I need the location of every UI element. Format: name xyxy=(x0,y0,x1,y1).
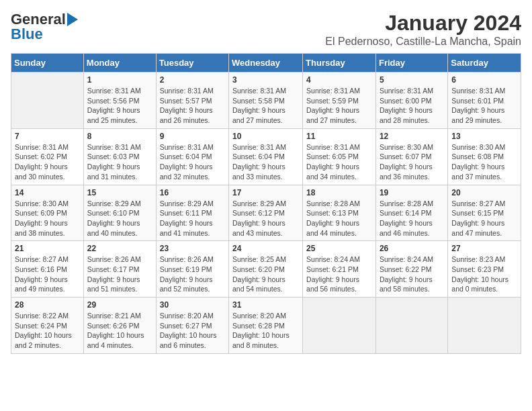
calendar-cell: 30Sunrise: 8:20 AMSunset: 6:27 PMDayligh… xyxy=(156,298,228,354)
day-info: Sunrise: 8:23 AMSunset: 6:23 PMDaylight:… xyxy=(451,255,517,294)
day-number: 6 xyxy=(451,75,517,85)
day-number: 2 xyxy=(160,75,225,85)
day-info: Sunrise: 8:30 AMSunset: 6:07 PMDaylight:… xyxy=(380,142,444,182)
day-info: Sunrise: 8:21 AMSunset: 6:26 PMDaylight:… xyxy=(87,311,152,351)
day-info: Sunrise: 8:31 AMSunset: 6:01 PMDaylight:… xyxy=(451,86,517,126)
day-info: Sunrise: 8:24 AMSunset: 6:21 PMDaylight:… xyxy=(306,255,372,294)
calendar-cell: 13Sunrise: 8:30 AMSunset: 6:08 PMDayligh… xyxy=(448,128,521,185)
day-number: 10 xyxy=(232,132,299,141)
calendar-week-row: 14Sunrise: 8:30 AMSunset: 6:09 PMDayligh… xyxy=(11,185,521,241)
day-info: Sunrise: 8:30 AMSunset: 6:09 PMDaylight:… xyxy=(15,199,80,238)
day-number: 23 xyxy=(160,244,225,253)
day-info: Sunrise: 8:24 AMSunset: 6:22 PMDaylight:… xyxy=(380,255,444,294)
day-number: 13 xyxy=(451,132,517,141)
calendar-cell: 2Sunrise: 8:31 AMSunset: 5:57 PMDaylight… xyxy=(156,73,228,129)
calendar-cell: 10Sunrise: 8:31 AMSunset: 6:04 PMDayligh… xyxy=(229,128,303,185)
calendar-cell: 22Sunrise: 8:26 AMSunset: 6:17 PMDayligh… xyxy=(83,241,156,298)
calendar-cell: 7Sunrise: 8:31 AMSunset: 6:02 PMDaylight… xyxy=(11,128,84,185)
day-info: Sunrise: 8:31 AMSunset: 6:03 PMDaylight:… xyxy=(87,142,152,182)
day-number: 7 xyxy=(15,132,80,141)
day-number: 21 xyxy=(15,244,80,253)
calendar-cell: 9Sunrise: 8:31 AMSunset: 6:04 PMDaylight… xyxy=(156,128,228,185)
day-info: Sunrise: 8:25 AMSunset: 6:20 PMDaylight:… xyxy=(232,255,299,294)
day-info: Sunrise: 8:28 AMSunset: 6:14 PMDaylight:… xyxy=(380,199,444,238)
day-number: 18 xyxy=(306,188,372,197)
calendar-cell: 29Sunrise: 8:21 AMSunset: 6:26 PMDayligh… xyxy=(83,298,156,354)
day-info: Sunrise: 8:26 AMSunset: 6:17 PMDaylight:… xyxy=(87,255,152,294)
day-info: Sunrise: 8:31 AMSunset: 6:00 PMDaylight:… xyxy=(380,86,444,126)
calendar-cell: 21Sunrise: 8:27 AMSunset: 6:16 PMDayligh… xyxy=(11,241,84,298)
day-number: 20 xyxy=(451,188,517,197)
day-info: Sunrise: 8:31 AMSunset: 6:05 PMDaylight:… xyxy=(306,142,372,182)
calendar-cell: 12Sunrise: 8:30 AMSunset: 6:07 PMDayligh… xyxy=(375,128,447,185)
day-number: 14 xyxy=(15,188,80,197)
day-info: Sunrise: 8:31 AMSunset: 6:04 PMDaylight:… xyxy=(232,142,299,182)
day-number: 15 xyxy=(87,188,152,197)
day-info: Sunrise: 8:31 AMSunset: 5:59 PMDaylight:… xyxy=(306,86,372,126)
day-number: 29 xyxy=(87,300,152,310)
calendar-cell: 3Sunrise: 8:31 AMSunset: 5:58 PMDaylight… xyxy=(229,73,303,129)
calendar-cell: 20Sunrise: 8:27 AMSunset: 6:15 PMDayligh… xyxy=(448,185,521,241)
day-number: 22 xyxy=(87,244,152,253)
day-number: 26 xyxy=(380,244,444,253)
calendar-cell: 15Sunrise: 8:29 AMSunset: 6:10 PMDayligh… xyxy=(83,185,156,241)
calendar-cell xyxy=(303,298,376,354)
calendar-header-thursday: Thursday xyxy=(303,54,376,73)
calendar-cell: 14Sunrise: 8:30 AMSunset: 6:09 PMDayligh… xyxy=(11,185,84,241)
calendar-cell xyxy=(375,298,447,354)
day-info: Sunrise: 8:31 AMSunset: 6:02 PMDaylight:… xyxy=(15,142,80,182)
day-info: Sunrise: 8:22 AMSunset: 6:24 PMDaylight:… xyxy=(15,311,80,351)
calendar-cell: 27Sunrise: 8:23 AMSunset: 6:23 PMDayligh… xyxy=(448,241,521,298)
calendar-cell: 28Sunrise: 8:22 AMSunset: 6:24 PMDayligh… xyxy=(11,298,84,354)
page-subtitle: El Pedernoso, Castille-La Mancha, Spain xyxy=(325,36,521,48)
calendar-header-monday: Monday xyxy=(83,54,156,73)
day-number: 11 xyxy=(306,132,372,141)
calendar-week-row: 7Sunrise: 8:31 AMSunset: 6:02 PMDaylight… xyxy=(11,128,521,185)
calendar-cell: 16Sunrise: 8:29 AMSunset: 6:11 PMDayligh… xyxy=(156,185,228,241)
logo: General Blue xyxy=(11,11,78,43)
logo-arrow-icon xyxy=(67,13,78,26)
calendar-cell: 1Sunrise: 8:31 AMSunset: 5:56 PMDaylight… xyxy=(83,73,156,129)
calendar-cell: 24Sunrise: 8:25 AMSunset: 6:20 PMDayligh… xyxy=(229,241,303,298)
day-number: 31 xyxy=(232,300,299,310)
calendar-week-row: 1Sunrise: 8:31 AMSunset: 5:56 PMDaylight… xyxy=(11,73,521,129)
calendar-header-row: SundayMondayTuesdayWednesdayThursdayFrid… xyxy=(11,54,521,73)
day-number: 4 xyxy=(306,75,372,85)
day-number: 27 xyxy=(451,244,517,253)
day-info: Sunrise: 8:20 AMSunset: 6:28 PMDaylight:… xyxy=(232,311,299,351)
calendar-cell: 17Sunrise: 8:29 AMSunset: 6:12 PMDayligh… xyxy=(229,185,303,241)
calendar-cell: 26Sunrise: 8:24 AMSunset: 6:22 PMDayligh… xyxy=(375,241,447,298)
day-number: 1 xyxy=(87,75,152,85)
calendar-cell: 11Sunrise: 8:31 AMSunset: 6:05 PMDayligh… xyxy=(303,128,376,185)
day-number: 12 xyxy=(380,132,444,141)
calendar-table: SundayMondayTuesdayWednesdayThursdayFrid… xyxy=(11,53,521,354)
calendar-cell: 5Sunrise: 8:31 AMSunset: 6:00 PMDaylight… xyxy=(375,73,447,129)
calendar-header-wednesday: Wednesday xyxy=(229,54,303,73)
calendar-header-tuesday: Tuesday xyxy=(156,54,228,73)
calendar-cell: 25Sunrise: 8:24 AMSunset: 6:21 PMDayligh… xyxy=(303,241,376,298)
day-number: 19 xyxy=(380,188,444,197)
day-info: Sunrise: 8:27 AMSunset: 6:15 PMDaylight:… xyxy=(451,199,517,238)
calendar-cell xyxy=(448,298,521,354)
calendar-cell: 8Sunrise: 8:31 AMSunset: 6:03 PMDaylight… xyxy=(83,128,156,185)
day-number: 25 xyxy=(306,244,372,253)
day-info: Sunrise: 8:30 AMSunset: 6:08 PMDaylight:… xyxy=(451,142,517,182)
day-info: Sunrise: 8:31 AMSunset: 5:58 PMDaylight:… xyxy=(232,86,299,126)
day-info: Sunrise: 8:29 AMSunset: 6:12 PMDaylight:… xyxy=(232,199,299,238)
calendar-cell: 23Sunrise: 8:26 AMSunset: 6:19 PMDayligh… xyxy=(156,241,228,298)
calendar-cell: 6Sunrise: 8:31 AMSunset: 6:01 PMDaylight… xyxy=(448,73,521,129)
page-title: January 2024 xyxy=(325,11,521,36)
day-number: 16 xyxy=(160,188,225,197)
calendar-cell: 4Sunrise: 8:31 AMSunset: 5:59 PMDaylight… xyxy=(303,73,376,129)
page-header: General Blue January 2024 El Pedernoso, … xyxy=(11,11,521,48)
day-info: Sunrise: 8:27 AMSunset: 6:16 PMDaylight:… xyxy=(15,255,80,294)
day-number: 5 xyxy=(380,75,444,85)
day-number: 9 xyxy=(160,132,225,141)
day-number: 28 xyxy=(15,300,80,310)
day-info: Sunrise: 8:29 AMSunset: 6:10 PMDaylight:… xyxy=(87,199,152,238)
logo-blue: Blue xyxy=(11,26,43,43)
day-info: Sunrise: 8:26 AMSunset: 6:19 PMDaylight:… xyxy=(160,255,225,294)
calendar-week-row: 21Sunrise: 8:27 AMSunset: 6:16 PMDayligh… xyxy=(11,241,521,298)
day-number: 3 xyxy=(232,75,299,85)
day-number: 17 xyxy=(232,188,299,197)
